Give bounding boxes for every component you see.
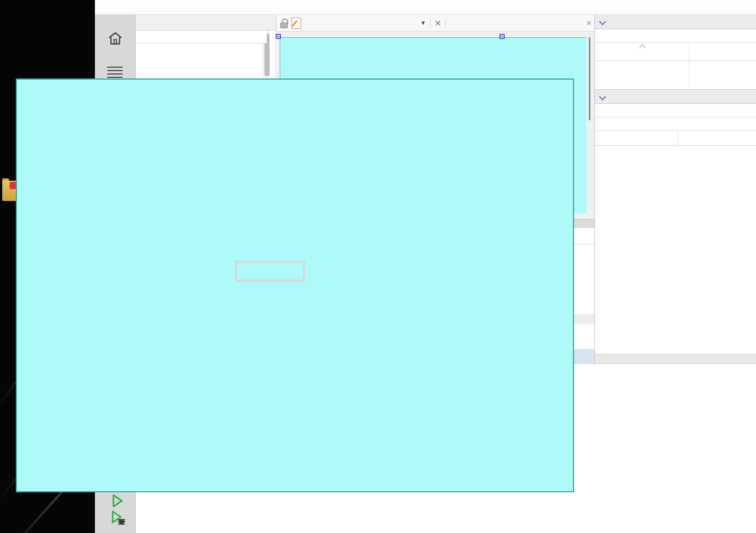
widget-box-title — [136, 15, 276, 30]
close-document-icon[interactable]: ✕ — [435, 19, 441, 28]
editor-toolbar: ▼ ✕ ✕ — [276, 15, 595, 32]
property-filter-input[interactable] — [595, 104, 756, 117]
preview-push-button[interactable] — [235, 261, 305, 282]
selected-object-line — [595, 117, 756, 131]
property-editor-header[interactable] — [595, 89, 756, 104]
debug-icon — [108, 509, 128, 527]
debug-button[interactable] — [108, 509, 128, 529]
file-edit-icon — [292, 18, 301, 29]
divider — [430, 18, 431, 28]
canvas-vertical-scrollbar[interactable] — [589, 37, 590, 120]
screen: ▼ ✕ ✕ — [0, 0, 756, 533]
chevron-down-icon[interactable] — [599, 18, 606, 25]
object-inspector-header[interactable] — [595, 15, 756, 29]
home-icon — [108, 32, 123, 45]
widget-box-filter-input[interactable] — [136, 30, 267, 43]
chevron-down-icon[interactable] — [599, 93, 606, 101]
menu-bar — [95, 0, 756, 15]
run-button[interactable] — [108, 492, 125, 511]
right-panel — [594, 15, 756, 364]
selection-handle[interactable] — [499, 34, 505, 39]
mode-welcome[interactable] — [95, 32, 135, 48]
preview-window[interactable] — [16, 78, 574, 492]
property-grid — [595, 146, 756, 368]
run-icon — [108, 492, 125, 509]
file-dropdown-icon[interactable]: ▼ — [420, 20, 426, 26]
selection-handle[interactable] — [276, 34, 281, 39]
divider — [445, 18, 446, 28]
close-split-icon[interactable]: ✕ — [586, 19, 592, 28]
object-inspector-filter-input[interactable] — [595, 29, 756, 43]
unlock-icon[interactable] — [280, 19, 288, 28]
column-divider — [677, 131, 678, 146]
column-divider — [689, 43, 689, 88]
property-column-header[interactable] — [595, 131, 756, 146]
object-inspector-column-header[interactable] — [595, 43, 756, 61]
desktop-folder-icon[interactable] — [2, 178, 18, 202]
sort-ascending-icon — [639, 44, 645, 50]
panel-footer-band — [595, 353, 756, 364]
